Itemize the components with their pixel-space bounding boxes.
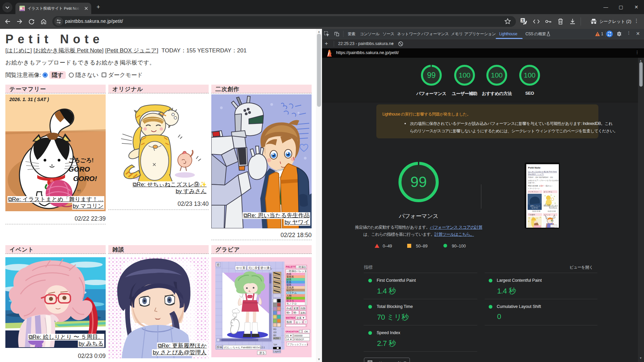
svg-text::  <box>77 189 80 192</box>
svg-text:モノクロ: モノクロ <box>286 302 297 305</box>
svg-text:明−: 明− <box>293 311 298 314</box>
svg-text:取得: 取得 <box>286 321 292 324</box>
svg-text:GORO!: GORO! <box>73 175 97 182</box>
svg-text:Petit Note: Petit Note <box>528 166 541 169</box>
svg-text:示板です。: 示板です。 <box>528 182 536 184</box>
svg-text:01/22 23:38: 01/22 23:38 <box>532 211 540 212</box>
svg-text:イベント: イベント <box>544 214 550 216</box>
svg-text:01/23 13:40: 01/23 13:40 <box>548 211 556 212</box>
svg-text:変更: 変更 <box>293 307 299 310</box>
svg-text:窓: 窓 <box>217 263 220 267</box>
svg-text:一時保存パレット: 一時保存パレット <box>286 270 307 273</box>
svg-text:MATRIX: MATRIX <box>286 316 295 319</box>
svg-text:□ ダークモード: □ ダークモード <box>528 187 540 189</box>
svg-text:by ST-Art: by ST-Art <box>532 207 538 209</box>
svg-text:元に戻す: 元に戻す <box>248 266 260 270</box>
svg-text:お絵かきもアップロードもできるお絵かき掲: お絵かきもアップロードもできるお絵かき掲 <box>528 179 559 182</box>
svg-text:OK: OK <box>304 330 308 333</box>
svg-text:文: 文 <box>521 19 524 22</box>
svg-text:Layer0: Layer0 <box>273 350 281 353</box>
svg-text:テーマフリー: テーマフリー <box>528 191 538 193</box>
svg-text:01 ▼: 01 ▼ <box>286 334 292 337</box>
svg-text:明+: 明+ <box>286 311 291 314</box>
svg-text:by すみさん: by すみさん <box>549 207 557 208</box>
svg-text:ごろごろ!: ごろごろ! <box>68 157 94 164</box>
svg-text:一時保存: 一時保存 <box>296 266 307 269</box>
svg-text:閲覧注意画像: ● 隠す ○ 隠さない: 閲覧注意画像: ● 隠す ○ 隠さない <box>528 185 552 187</box>
svg-text:[はじめに] [お絵かき掲示板 Petit Note]: [はじめに] [お絵かき掲示板 Petit Note] <box>528 171 557 173</box>
svg-text:@Re:しりとり: @Re:しりとり <box>530 205 540 207</box>
svg-text:PALETTE: PALETTE <box>286 265 297 268</box>
svg-text:2026. 1. 31 ( SAT ): 2026. 1. 31 ( SAT ) <box>9 97 49 102</box>
svg-text:戻る: 戻る <box>259 351 265 355</box>
svg-text:G0: G0 <box>273 331 276 333</box>
svg-text:GORO: GORO <box>68 165 90 173</box>
svg-text:F9DDCF: F9DDCF <box>294 338 304 341</box>
svg-text:削除: 削除 <box>301 307 306 310</box>
svg-text:(C)しぃちゃん PaintBBS NEOv1.2.1: (C)しぃちゃん PaintBBS NEOv1.2.1 <box>224 346 265 349</box>
svg-text:[Petit BOX ジュニア]: [Petit BOX ジュニア] <box>528 173 544 175</box>
svg-text:投稿: 投稿 <box>216 346 223 349</box>
svg-text:セット: セット <box>296 321 304 324</box>
svg-text:やり直し: やり直し <box>236 266 249 270</box>
svg-text:B0: B0 <box>273 334 276 336</box>
svg-text:000000: 000000 <box>294 334 303 337</box>
svg-text:⧉Re:見習いねこま一: ⧉Re:見習いねこま一 <box>544 204 558 207</box>
svg-text:全体 ▼: 全体 ▼ <box>297 316 305 319</box>
svg-text:TODAY：154 YESTERDAY：201: TODAY：154 YESTERDAY：201 <box>528 176 553 178</box>
svg-text:14 ▼: 14 ▼ <box>286 338 292 341</box>
svg-text:アプレットフィット: アプレットフィット <box>287 343 309 346</box>
svg-text:A255: A255 <box>273 337 279 340</box>
svg-text:?: ? <box>305 321 307 324</box>
svg-text:反転: 反転 <box>301 311 306 314</box>
svg-text:R0: R0 <box>273 328 276 330</box>
svg-text:塗り潰し: 塗り潰し <box>260 266 272 270</box>
svg-text:二次創作: 二次創作 <box>528 214 535 216</box>
svg-text:GRADATION: GRADATION <box>285 330 299 333</box>
svg-text:オリジナル: オリジナル <box>544 191 552 193</box>
svg-text:作成: 作成 <box>286 307 292 310</box>
svg-text:1px: 1px <box>273 343 277 346</box>
